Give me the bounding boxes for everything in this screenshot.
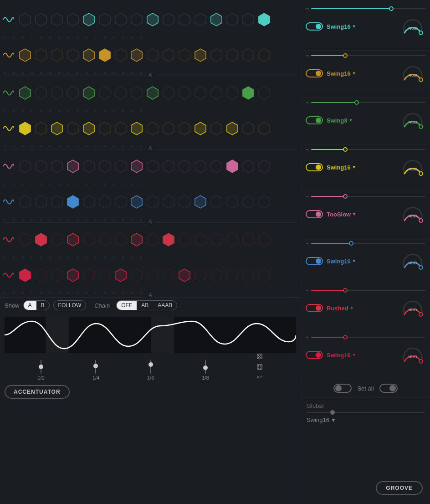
hex-3-8[interactable] [129, 85, 144, 101]
hex-6-6[interactable] [97, 194, 113, 210]
hex-5-11[interactable] [177, 159, 192, 174]
knob-7[interactable]: NUD [400, 295, 425, 321]
hex-3-5[interactable] [81, 85, 97, 101]
hex-8-15[interactable] [241, 267, 256, 283]
hex-3-12[interactable] [193, 85, 208, 101]
set-all-toggle-right[interactable] [379, 384, 398, 393]
hex-4-1[interactable] [17, 121, 33, 136]
slider-thumb-1[interactable] [389, 6, 394, 11]
hex-7-14[interactable] [225, 232, 240, 247]
follow-button[interactable]: FOLLOW [53, 300, 87, 310]
hex-5-5[interactable] [81, 159, 97, 174]
hex-3-7[interactable] [113, 85, 128, 101]
toggle-1[interactable] [306, 22, 323, 31]
slider-track-1[interactable] [311, 8, 425, 9]
hex-3-11[interactable] [177, 85, 192, 101]
slider-thumb-4[interactable] [343, 147, 348, 152]
hex-8-8[interactable] [129, 267, 144, 283]
groove-dropdown-8[interactable]: Swing16▼ [327, 352, 396, 359]
hex-8-4[interactable] [65, 267, 81, 283]
slider-sixth[interactable]: 1/6 [147, 360, 154, 381]
hex-4-16[interactable] [256, 121, 272, 136]
hex-8-16[interactable] [256, 267, 272, 283]
hex-7-10[interactable] [161, 232, 176, 247]
hex-6-3[interactable] [49, 194, 65, 210]
hex-3-13[interactable] [209, 85, 224, 101]
hex-8-11[interactable] [177, 267, 192, 283]
hex-7-3[interactable] [49, 232, 65, 247]
hex-1-9[interactable] [145, 12, 160, 27]
hex-1-4[interactable] [65, 12, 81, 27]
toggle-2[interactable] [306, 69, 323, 77]
hex-5-8[interactable] [129, 159, 144, 174]
hex-3-1[interactable] [17, 85, 33, 101]
hex-4-14[interactable] [225, 121, 240, 136]
knob-2[interactable]: NUD [400, 61, 425, 86]
hex-8-14[interactable] [225, 267, 240, 283]
hex-1-5[interactable] [81, 12, 97, 27]
hex-1-16[interactable] [256, 12, 272, 27]
hex-6-16[interactable] [256, 194, 272, 210]
groove-button[interactable]: GROOVE [376, 481, 423, 495]
hex-4-4[interactable] [65, 121, 81, 136]
off-button[interactable]: OFF [117, 301, 137, 310]
hex-6-14[interactable] [225, 194, 240, 210]
hex-1-2[interactable] [33, 12, 49, 27]
hex-5-9[interactable] [145, 159, 160, 174]
hex-6-1[interactable] [17, 194, 33, 210]
hex-1-7[interactable] [113, 12, 128, 27]
groove-dropdown-4[interactable]: Swing16▼ [327, 164, 396, 171]
hex-5-12[interactable] [193, 159, 208, 174]
hex-5-3[interactable] [49, 159, 65, 174]
hex-8-5[interactable] [81, 267, 97, 283]
knob-3[interactable]: NUD [400, 108, 425, 133]
slider-track-7[interactable] [311, 290, 425, 291]
hex-2-7[interactable] [113, 47, 128, 63]
hex-2-10[interactable] [161, 47, 176, 63]
hex-4-8[interactable] [129, 121, 144, 136]
hex-4-7[interactable] [113, 121, 128, 136]
hex-4-11[interactable] [177, 121, 192, 136]
toggle-7[interactable] [306, 304, 323, 312]
hex-8-2[interactable] [33, 267, 49, 283]
hex-1-11[interactable] [177, 12, 192, 27]
loop-icon[interactable]: ↩ [257, 373, 262, 381]
hex-3-2[interactable] [33, 85, 49, 101]
hex-4-5[interactable] [81, 121, 97, 136]
hex-5-10[interactable] [161, 159, 176, 174]
a-button[interactable]: A [24, 301, 36, 310]
hex-2-9[interactable] [145, 47, 160, 63]
hex-8-3[interactable] [49, 267, 65, 283]
hex-6-5[interactable] [81, 194, 97, 210]
hex-3-15[interactable] [241, 85, 256, 101]
hex-6-9[interactable] [145, 194, 160, 210]
groove-dropdown-1[interactable]: Swing16▼ [327, 23, 396, 30]
hex-5-14[interactable] [225, 159, 240, 174]
hex-2-5[interactable] [81, 47, 97, 63]
hex-5-7[interactable] [113, 159, 128, 174]
knob-6[interactable]: NUD [400, 248, 425, 274]
hex-2-12[interactable] [193, 47, 208, 63]
hex-7-6[interactable] [97, 232, 113, 247]
toggle-6[interactable] [306, 257, 323, 265]
slider-track-6[interactable] [311, 243, 425, 244]
hex-3-4[interactable] [65, 85, 81, 101]
slider-thumb-5[interactable] [343, 194, 348, 199]
hex-1-13[interactable] [209, 12, 224, 27]
knob-8[interactable]: NUD [400, 342, 425, 368]
hex-8-13[interactable] [209, 267, 224, 283]
hex-6-8[interactable] [129, 194, 144, 210]
hex-6-12[interactable] [193, 194, 208, 210]
hex-6-2[interactable] [33, 194, 49, 210]
slider-track-3[interactable] [311, 102, 425, 103]
set-all-toggle-left[interactable] [333, 384, 352, 393]
hex-1-3[interactable] [49, 12, 65, 27]
dice-icon-2[interactable]: ⚅ [256, 363, 263, 371]
b-button[interactable]: B [36, 301, 49, 310]
hex-7-9[interactable] [145, 232, 160, 247]
hex-8-6[interactable] [97, 267, 113, 283]
hex-7-13[interactable] [209, 232, 224, 247]
hex-5-4[interactable] [65, 159, 81, 174]
hex-5-16[interactable] [256, 159, 272, 174]
hex-2-14[interactable] [225, 47, 240, 63]
